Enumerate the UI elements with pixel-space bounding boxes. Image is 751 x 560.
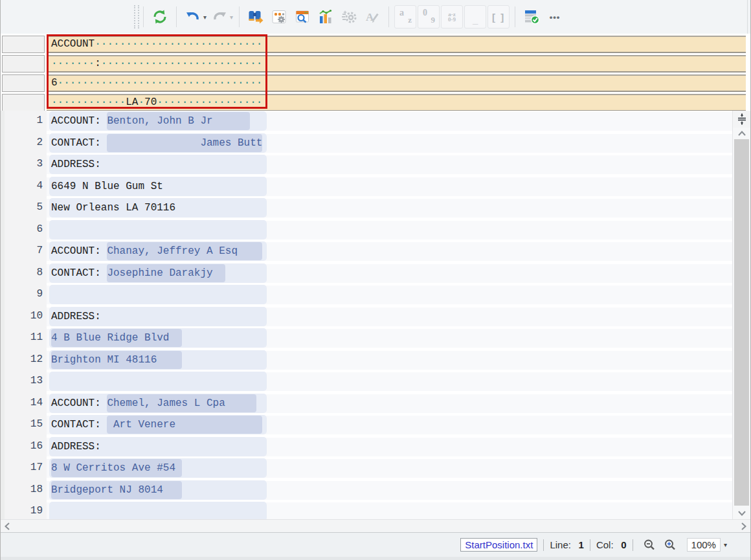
record-field-block (49, 220, 267, 240)
sort-09-button[interactable]: 09 (418, 5, 440, 28)
vertical-scroll-thumb[interactable] (734, 139, 749, 506)
sort-az-button[interactable]: az (394, 5, 416, 28)
pattern-row: 6································· (2, 74, 746, 92)
validate-table-button[interactable] (521, 5, 543, 28)
vertical-scrollbar[interactable] (732, 111, 750, 519)
highlighted-match[interactable]: Art Venere (107, 416, 262, 434)
find-button[interactable] (245, 5, 267, 28)
more-button[interactable]: ••• (544, 5, 566, 28)
editor-area[interactable]: 12345678910111213141516171819 Benton, Jo… (1, 111, 750, 519)
undo-icon (185, 8, 201, 25)
editor-line[interactable]: 6649 N Blue Gum St (47, 176, 732, 198)
editor-line[interactable]: ADDRESS: (47, 154, 732, 176)
statistics-button[interactable] (315, 5, 337, 28)
line-label: Line: (550, 539, 571, 550)
editor-line[interactable]: Art VenereCONTACT: (47, 414, 732, 436)
sort-az-icon: az (399, 10, 412, 23)
highlighted-match[interactable]: Brighton MI 48116 (51, 351, 182, 369)
horizontal-scrollbar[interactable] (1, 519, 750, 532)
highlighted-match[interactable]: Bridgeport NJ 8014 (51, 481, 182, 499)
zoom-level[interactable]: 100% (687, 538, 721, 552)
undo-button[interactable] (182, 5, 204, 28)
editor-line[interactable]: ADDRESS: (47, 306, 732, 328)
highlighted-match[interactable]: 8 W Cerritos Ave #54 (51, 459, 182, 477)
highlighted-match[interactable]: Chemel, James L Cpa (107, 394, 256, 412)
line-number: 19 (5, 501, 47, 519)
line-number: 15 (5, 414, 47, 436)
match-text: Josephine Darakjy (107, 264, 225, 282)
font-edit-icon: A (364, 8, 381, 25)
scroll-down-arrow[interactable] (733, 508, 750, 519)
zoom-in-button[interactable] (664, 539, 677, 552)
vertical-scroll-track[interactable] (733, 139, 750, 508)
toolbar-grip[interactable] (134, 5, 139, 28)
line-text: 6649 N Blue Gum St (51, 177, 163, 196)
match-text: 4 B Blue Ridge Blvd (51, 329, 182, 347)
chevron-right-icon[interactable] (741, 522, 746, 530)
editor-line[interactable]: 4 B Blue Ridge Blvd (47, 328, 732, 350)
zoom-out-button[interactable] (643, 539, 656, 552)
pattern-row-header-cell (2, 36, 45, 53)
font-edit-button[interactable]: A (361, 5, 383, 28)
underscore-button[interactable]: _ (464, 5, 486, 28)
line-text: ADDRESS: (51, 308, 101, 326)
match-text: 8 W Cerritos Ave #54 (51, 459, 182, 477)
highlighted-match[interactable]: Benton, John B Jr (107, 112, 250, 130)
split-icon (737, 113, 747, 125)
editor-line[interactable]: Josephine DarakjyCONTACT: (47, 263, 732, 285)
editor-line[interactable] (47, 501, 732, 519)
editor-line[interactable]: ADDRESS: (47, 436, 732, 458)
editor-line[interactable]: Bridgeport NJ 8014 (47, 480, 732, 502)
editor-line[interactable] (47, 219, 732, 241)
editor-line[interactable]: Chanay, Jeffrey A EsqACCOUNT: (47, 241, 732, 263)
pattern-text: ············LA·70················· (47, 94, 746, 111)
split-handle[interactable] (733, 111, 750, 128)
highlighted-match[interactable]: James Butt (107, 134, 262, 152)
find-in-document-button[interactable] (291, 5, 313, 28)
separator (543, 539, 544, 551)
pattern-text: 6································· (47, 74, 746, 92)
chevron-left-icon[interactable] (5, 522, 10, 530)
scroll-up-arrow[interactable] (733, 128, 750, 139)
replace-options-button[interactable] (268, 5, 290, 28)
editor-line[interactable] (47, 371, 732, 393)
editor-line[interactable] (47, 284, 732, 306)
line-number: 10 (5, 306, 47, 328)
redo-button[interactable] (208, 5, 230, 28)
text-region[interactable]: Benton, John B JrACCOUNT:James ButtCONTA… (47, 111, 732, 519)
pattern-text: ACCOUNT··························· (47, 36, 746, 53)
macros-button[interactable] (338, 5, 360, 28)
separator (590, 539, 590, 551)
separator (143, 6, 144, 27)
editor-line[interactable]: James ButtCONTACT: (47, 133, 732, 155)
pattern-row-header-cell (2, 94, 45, 111)
col-value: 0 (619, 539, 627, 550)
match-text: Chanay, Jeffrey A Esq (107, 242, 262, 260)
pattern-row: ············LA·70················· (2, 94, 746, 111)
match-text: James Butt (107, 134, 262, 152)
more-icon: ••• (550, 12, 561, 22)
chevron-up-icon (738, 131, 746, 136)
editor-line[interactable]: Benton, John B JrACCOUNT: (47, 111, 732, 133)
highlighted-match[interactable]: 4 B Blue Ridge Blvd (51, 329, 182, 347)
line-number: 9 (5, 284, 47, 306)
brackets-button[interactable]: [ ] (488, 5, 510, 28)
redo-icon (211, 8, 228, 25)
status-filename[interactable]: StartPosition.txt (460, 538, 537, 552)
editor-line[interactable]: 8 W Cerritos Ave #54 (47, 458, 732, 480)
refresh-button[interactable] (149, 5, 171, 28)
macros-gear-icon (341, 8, 357, 25)
refresh-icon (151, 8, 168, 25)
editor-line[interactable]: New Orleans LA 70116 (47, 197, 732, 219)
highlighted-match[interactable]: Josephine Darakjy (107, 264, 225, 282)
record-field-block (49, 285, 267, 304)
line-number: 3 (5, 154, 47, 176)
editor-line[interactable]: Chemel, James L CpaACCOUNT: (47, 393, 732, 415)
sort-az09-button[interactable]: a-z0-9 (441, 5, 463, 28)
highlighted-match[interactable]: Chanay, Jeffrey A Esq (107, 242, 262, 260)
line-number: 17 (5, 458, 47, 480)
editor-line[interactable]: Brighton MI 48116 (47, 350, 732, 372)
line-number: 5 (5, 197, 47, 219)
zoom-dropdown-caret[interactable]: ▾ (724, 541, 727, 548)
pattern-text: ·······:·························· (47, 55, 746, 73)
